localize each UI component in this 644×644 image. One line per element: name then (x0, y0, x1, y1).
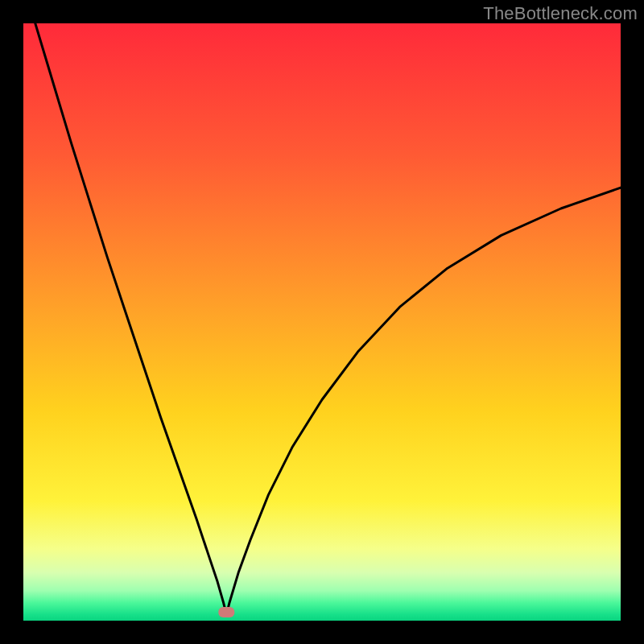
gradient-fill (23, 23, 621, 621)
chart-frame (23, 23, 621, 621)
optimum-marker (218, 607, 234, 617)
bottleneck-chart (23, 23, 621, 621)
watermark-text: TheBottleneck.com (483, 3, 638, 24)
